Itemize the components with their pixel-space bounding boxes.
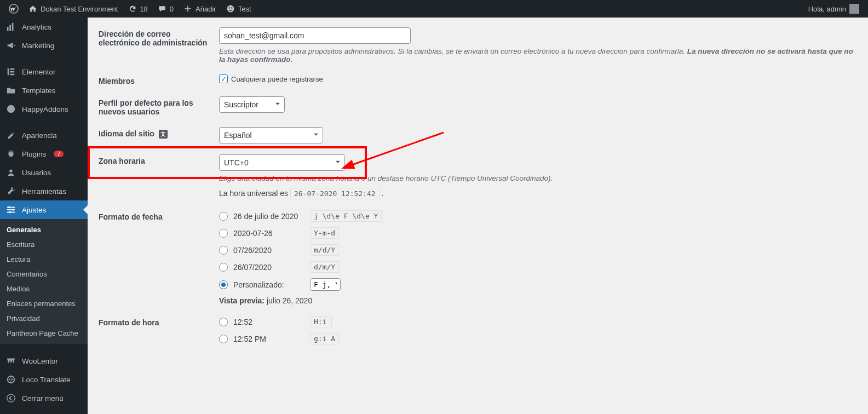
account-link[interactable]: Hola, admin [804,0,864,18]
date-option-0[interactable]: 26 de julio de 2020 j \d\e F \d\e Y [219,210,857,222]
loco-icon [5,375,16,384]
svg-rect-4 [7,27,9,31]
plugins-badge: 7 [54,151,64,157]
radio-icon [219,335,228,343]
submenu-escritura[interactable]: Escritura [0,237,88,252]
date-display: 26 de julio de 2020 [233,212,304,221]
timezone-label: Zona horaria [99,154,219,199]
updates-count: 18 [140,5,147,13]
date-display: 07/26/2020 [233,246,304,255]
sidebar-item-label: WooLentor [22,357,58,365]
sliders-icon [5,205,16,215]
date-code: Y-m-d [310,227,339,239]
site-name-link[interactable]: Dokan Test Environment [24,0,122,18]
woolentor-icon [5,356,16,366]
submenu-comentarios[interactable]: Comentarios [0,267,88,281]
users-icon [5,168,16,177]
admin-email-input[interactable] [219,27,411,44]
svg-point-20 [7,394,15,402]
ajustes-submenu: Generales Escritura Lectura Comentarios … [0,219,88,344]
tools-icon [5,186,16,196]
sidebar-item-herramientas[interactable]: Herramientas [0,182,88,200]
sidebar-item-plugins[interactable]: Plugins 7 [0,145,88,163]
svg-rect-9 [10,71,14,73]
radio-icon [219,229,228,238]
megaphone-icon [5,41,16,50]
sidebar-item-usuarios[interactable]: Usuarios [0,163,88,182]
happy-icon [5,104,16,114]
radio-icon [219,280,228,289]
date-option-2[interactable]: 07/26/2020 m/d/Y [219,244,857,256]
dokan-icon [226,4,235,13]
date-option-custom[interactable]: Personalizado: [219,278,857,291]
radio-icon [219,263,228,272]
admin-sidebar: Analytics Marketing Elementor Templates … [0,18,88,414]
sidebar-item-label: Analytics [22,23,51,31]
row-admin-email: Dirección de correo electrónico de admin… [99,27,857,64]
submenu-generales[interactable]: Generales [0,222,88,237]
row-members: Miembros ✓ Cualquiera puede registrarse [99,74,857,85]
universal-time: La hora universal es 26-07-2020 12:52:42… [219,188,857,199]
sidebar-item-templates[interactable]: Templates [0,81,88,100]
sidebar-item-elementor[interactable]: Elementor [0,62,88,81]
admin-email-description: Esta dirección se usa para propósitos ad… [219,47,857,64]
sidebar-item-apariencia[interactable]: Apariencia [0,126,88,145]
sidebar-item-analytics[interactable]: Analytics [0,18,88,36]
submenu-pantheon[interactable]: Pantheon Page Cache [0,326,88,341]
main-content: Dirección de correo electrónico de admin… [88,18,868,414]
radio-icon [219,318,228,326]
add-new-link[interactable]: Añadir [179,0,221,18]
date-option-3[interactable]: 26/07/2020 d/m/Y [219,261,857,273]
sidebar-item-label: HappyAddons [22,105,68,113]
date-custom-label: Personalizado: [233,280,304,289]
row-site-language: Idioma del sitio 文 [99,127,857,143]
date-code: d/m/Y [310,261,339,273]
date-display: 2020-07-26 [233,229,304,238]
members-label: Miembros [99,74,219,85]
folder-icon [5,85,16,95]
anyone-can-register[interactable]: ✓ Cualquiera puede registrarse [219,74,857,83]
updates-link[interactable]: 18 [123,0,152,18]
dokan-test-link[interactable]: Test [222,0,256,18]
svg-point-2 [228,7,229,8]
submenu-enlaces[interactable]: Enlaces permanentes [0,296,88,311]
comments-link[interactable]: 0 [153,0,178,18]
submenu-medios[interactable]: Medios [0,281,88,296]
date-option-1[interactable]: 2020-07-26 Y-m-d [219,227,857,239]
submenu-lectura[interactable]: Lectura [0,252,88,267]
default-role-select[interactable] [219,96,285,113]
avatar-icon [849,4,859,14]
svg-point-16 [8,206,10,209]
sidebar-item-ajustes[interactable]: Ajustes [0,200,88,219]
plus-icon [183,4,192,13]
sidebar-collapse[interactable]: Cerrar menú [0,389,88,407]
wp-logo-menu[interactable] [4,0,23,18]
timezone-select[interactable] [219,154,345,171]
comments-count: 0 [170,5,174,13]
time-option-1[interactable]: 12:52 PM g:i A [219,333,857,344]
date-code: m/d/Y [310,244,339,256]
row-default-role: Perfil por defecto para los nuevos usuar… [99,96,857,116]
admin-email-label: Dirección de correo electrónico de admin… [99,27,219,64]
time-display: 12:52 [233,318,304,326]
sidebar-item-label: Ajustes [22,206,46,214]
submenu-privacidad[interactable]: Privacidad [0,311,88,326]
sidebar-item-label: Herramientas [22,187,66,196]
sidebar-item-loco[interactable]: Loco Translate [0,370,88,389]
sidebar-item-label: Elementor [22,68,56,76]
translate-icon: 文 [159,130,168,139]
date-code: j \d\e F \d\e Y [310,210,382,222]
sidebar-item-woolentor[interactable]: WooLentor [0,352,88,370]
universal-time-value: 26-07-2020 12:52:42 [290,188,380,199]
time-display: 12:52 PM [233,335,304,343]
sidebar-item-label: Apariencia [22,131,57,140]
sidebar-item-marketing[interactable]: Marketing [0,36,88,55]
collapse-icon [5,393,16,403]
sidebar-item-label: Plugins [22,150,46,158]
svg-point-1 [227,5,234,13]
sidebar-item-happyaddons[interactable]: HappyAddons [0,100,88,118]
updates-icon [128,4,136,13]
date-custom-input[interactable] [310,278,341,291]
site-language-select[interactable] [219,127,323,143]
time-option-0[interactable]: 12:52 H:i [219,316,857,327]
